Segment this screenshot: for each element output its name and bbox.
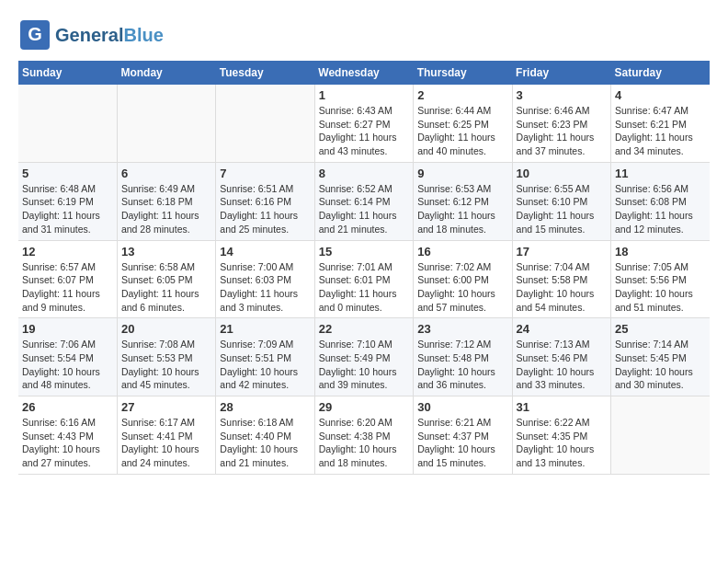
- week-row-5: 26Sunrise: 6:16 AM Sunset: 4:43 PM Dayli…: [18, 396, 710, 475]
- day-info: Sunrise: 7:13 AM Sunset: 5:46 PM Dayligh…: [517, 338, 607, 392]
- calendar-cell: 15Sunrise: 7:01 AM Sunset: 6:01 PM Dayli…: [314, 240, 413, 318]
- day-number: 16: [417, 245, 507, 259]
- day-info: Sunrise: 7:12 AM Sunset: 5:48 PM Dayligh…: [417, 338, 507, 392]
- day-number: 29: [319, 400, 409, 414]
- day-number: 2: [417, 88, 507, 102]
- calendar-cell: 1Sunrise: 6:43 AM Sunset: 6:27 PM Daylig…: [314, 85, 413, 162]
- calendar-cell: 20Sunrise: 7:08 AM Sunset: 5:53 PM Dayli…: [117, 318, 215, 396]
- day-info: Sunrise: 6:43 AM Sunset: 6:27 PM Dayligh…: [319, 104, 409, 158]
- day-number: 12: [22, 245, 113, 259]
- day-info: Sunrise: 6:49 AM Sunset: 6:18 PM Dayligh…: [121, 182, 211, 236]
- calendar-cell: 3Sunrise: 6:46 AM Sunset: 6:23 PM Daylig…: [512, 85, 610, 162]
- day-number: 28: [220, 400, 310, 414]
- day-number: 26: [22, 400, 113, 414]
- calendar-cell: 13Sunrise: 6:58 AM Sunset: 6:05 PM Dayli…: [117, 240, 215, 318]
- calendar-cell: 6Sunrise: 6:49 AM Sunset: 6:18 PM Daylig…: [117, 162, 215, 240]
- page-header: G GeneralBlue: [18, 18, 710, 52]
- calendar-cell: 18Sunrise: 7:05 AM Sunset: 5:56 PM Dayli…: [611, 240, 710, 318]
- calendar-cell: 7Sunrise: 6:51 AM Sunset: 6:16 PM Daylig…: [216, 162, 314, 240]
- day-info: Sunrise: 7:02 AM Sunset: 6:00 PM Dayligh…: [417, 260, 507, 315]
- day-number: 22: [319, 322, 409, 336]
- week-row-3: 12Sunrise: 6:57 AM Sunset: 6:07 PM Dayli…: [18, 240, 710, 318]
- day-number: 20: [121, 322, 211, 336]
- day-info: Sunrise: 6:55 AM Sunset: 6:10 PM Dayligh…: [517, 182, 607, 236]
- calendar-cell: 11Sunrise: 6:56 AM Sunset: 6:08 PM Dayli…: [611, 162, 710, 240]
- day-number: 13: [121, 245, 211, 259]
- week-row-2: 5Sunrise: 6:48 AM Sunset: 6:19 PM Daylig…: [18, 162, 710, 240]
- day-info: Sunrise: 6:52 AM Sunset: 6:14 PM Dayligh…: [319, 182, 409, 236]
- calendar-cell: [117, 85, 215, 162]
- logo: G GeneralBlue: [18, 18, 164, 52]
- calendar-cell: 30Sunrise: 6:21 AM Sunset: 4:37 PM Dayli…: [414, 396, 512, 475]
- day-info: Sunrise: 7:14 AM Sunset: 5:45 PM Dayligh…: [615, 338, 706, 392]
- header-thursday: Thursday: [414, 61, 512, 85]
- day-number: 31: [517, 400, 607, 414]
- day-number: 4: [615, 88, 706, 102]
- calendar-cell: 31Sunrise: 6:22 AM Sunset: 4:35 PM Dayli…: [512, 396, 610, 475]
- day-info: Sunrise: 6:58 AM Sunset: 6:05 PM Dayligh…: [121, 260, 211, 315]
- calendar-cell: 5Sunrise: 6:48 AM Sunset: 6:19 PM Daylig…: [18, 162, 117, 240]
- svg-text:G: G: [28, 24, 42, 44]
- calendar-cell: 16Sunrise: 7:02 AM Sunset: 6:00 PM Dayli…: [414, 240, 512, 318]
- day-info: Sunrise: 6:46 AM Sunset: 6:23 PM Dayligh…: [517, 104, 607, 158]
- calendar-cell: 24Sunrise: 7:13 AM Sunset: 5:46 PM Dayli…: [512, 318, 610, 396]
- day-number: 19: [22, 322, 113, 336]
- day-number: 6: [121, 167, 211, 180]
- day-number: 17: [517, 245, 607, 259]
- day-number: 9: [417, 167, 507, 180]
- day-number: 10: [517, 167, 607, 180]
- logo-text: GeneralBlue: [55, 25, 164, 45]
- day-number: 5: [22, 167, 113, 180]
- day-number: 23: [417, 322, 507, 336]
- week-row-1: 1Sunrise: 6:43 AM Sunset: 6:27 PM Daylig…: [18, 85, 710, 162]
- day-number: 7: [220, 167, 310, 180]
- day-info: Sunrise: 7:09 AM Sunset: 5:51 PM Dayligh…: [220, 338, 310, 392]
- header-wednesday: Wednesday: [314, 61, 413, 85]
- calendar-cell: 10Sunrise: 6:55 AM Sunset: 6:10 PM Dayli…: [512, 162, 610, 240]
- day-number: 18: [615, 245, 706, 259]
- day-number: 21: [220, 322, 310, 336]
- day-number: 15: [319, 245, 409, 259]
- day-number: 14: [220, 245, 310, 259]
- day-info: Sunrise: 7:04 AM Sunset: 5:58 PM Dayligh…: [517, 260, 607, 315]
- header-tuesday: Tuesday: [216, 61, 314, 85]
- calendar-cell: 23Sunrise: 7:12 AM Sunset: 5:48 PM Dayli…: [414, 318, 512, 396]
- header-monday: Monday: [117, 61, 215, 85]
- day-number: 8: [319, 167, 409, 180]
- calendar-cell: [611, 396, 710, 475]
- day-number: 1: [319, 88, 409, 102]
- calendar-cell: 27Sunrise: 6:17 AM Sunset: 4:41 PM Dayli…: [117, 396, 215, 475]
- calendar-cell: 12Sunrise: 6:57 AM Sunset: 6:07 PM Dayli…: [18, 240, 117, 318]
- header-saturday: Saturday: [611, 61, 710, 85]
- day-info: Sunrise: 6:57 AM Sunset: 6:07 PM Dayligh…: [22, 260, 113, 315]
- day-number: 3: [517, 88, 607, 102]
- day-info: Sunrise: 6:22 AM Sunset: 4:35 PM Dayligh…: [517, 416, 607, 470]
- day-info: Sunrise: 7:06 AM Sunset: 5:54 PM Dayligh…: [22, 338, 113, 392]
- header-sunday: Sunday: [18, 61, 117, 85]
- calendar-cell: 17Sunrise: 7:04 AM Sunset: 5:58 PM Dayli…: [512, 240, 610, 318]
- calendar-cell: 25Sunrise: 7:14 AM Sunset: 5:45 PM Dayli…: [611, 318, 710, 396]
- day-number: 27: [121, 400, 211, 414]
- day-info: Sunrise: 6:17 AM Sunset: 4:41 PM Dayligh…: [121, 416, 211, 470]
- calendar-cell: 14Sunrise: 7:00 AM Sunset: 6:03 PM Dayli…: [216, 240, 314, 318]
- day-info: Sunrise: 6:51 AM Sunset: 6:16 PM Dayligh…: [220, 182, 310, 236]
- calendar-header-row: SundayMondayTuesdayWednesdayThursdayFrid…: [18, 61, 710, 85]
- calendar-cell: 2Sunrise: 6:44 AM Sunset: 6:25 PM Daylig…: [414, 85, 512, 162]
- day-info: Sunrise: 6:16 AM Sunset: 4:43 PM Dayligh…: [22, 416, 113, 470]
- calendar-cell: 22Sunrise: 7:10 AM Sunset: 5:49 PM Dayli…: [314, 318, 413, 396]
- day-info: Sunrise: 6:21 AM Sunset: 4:37 PM Dayligh…: [417, 416, 507, 470]
- day-info: Sunrise: 6:48 AM Sunset: 6:19 PM Dayligh…: [22, 182, 113, 236]
- day-info: Sunrise: 7:10 AM Sunset: 5:49 PM Dayligh…: [319, 338, 409, 392]
- day-number: 24: [517, 322, 607, 336]
- calendar-cell: 21Sunrise: 7:09 AM Sunset: 5:51 PM Dayli…: [216, 318, 314, 396]
- calendar-cell: 26Sunrise: 6:16 AM Sunset: 4:43 PM Dayli…: [18, 396, 117, 475]
- calendar-cell: 4Sunrise: 6:47 AM Sunset: 6:21 PM Daylig…: [611, 85, 710, 162]
- day-info: Sunrise: 6:44 AM Sunset: 6:25 PM Dayligh…: [417, 104, 507, 158]
- header-friday: Friday: [512, 61, 610, 85]
- day-info: Sunrise: 6:56 AM Sunset: 6:08 PM Dayligh…: [615, 182, 706, 236]
- day-info: Sunrise: 6:18 AM Sunset: 4:40 PM Dayligh…: [220, 416, 310, 470]
- day-info: Sunrise: 7:00 AM Sunset: 6:03 PM Dayligh…: [220, 260, 310, 315]
- week-row-4: 19Sunrise: 7:06 AM Sunset: 5:54 PM Dayli…: [18, 318, 710, 396]
- day-info: Sunrise: 7:01 AM Sunset: 6:01 PM Dayligh…: [319, 260, 409, 315]
- day-info: Sunrise: 7:08 AM Sunset: 5:53 PM Dayligh…: [121, 338, 211, 392]
